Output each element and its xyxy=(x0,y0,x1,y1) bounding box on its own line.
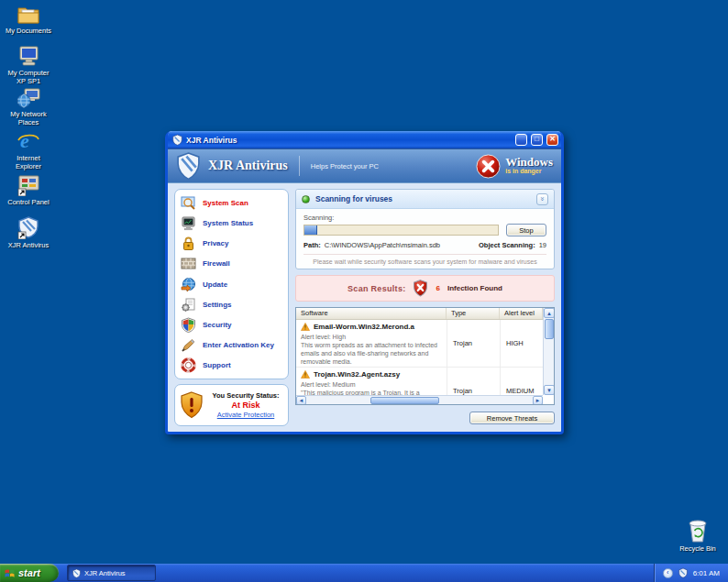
desktop-icon-my-network-places[interactable]: My Network Places xyxy=(0,88,57,126)
column-header-type[interactable]: Type xyxy=(447,308,500,319)
software-cell: Email-Worm.Win32.Merond.a Alert level: H… xyxy=(296,320,447,367)
scanning-panel-header: Scanning for viruses » xyxy=(296,190,554,209)
recycle-bin-icon xyxy=(687,519,709,543)
remove-threats-row: Remove Threats xyxy=(295,412,555,424)
desktop-icon-xjr-antivirus[interactable]: XJR Antivirus xyxy=(0,216,57,249)
scanning-panel: Scanning for viruses » Scanning: Stop Pa… xyxy=(295,189,555,269)
scroll-down-arrow[interactable]: ▼ xyxy=(544,385,555,395)
sidebar-item-label: Support xyxy=(203,361,231,369)
danger-text: Windows is in danger xyxy=(505,157,553,175)
header-divider xyxy=(299,156,300,176)
column-header-software[interactable]: Software xyxy=(296,308,447,319)
window-titlebar[interactable]: XJR Antivirus _ □ ✕ xyxy=(168,131,561,148)
desktop-icon-recycle-bin[interactable]: Recycle Bin xyxy=(669,519,726,553)
tray-chevron-icon[interactable]: ‹ xyxy=(663,568,673,578)
table-row[interactable]: Trojan.Win32.Agent.azsy Alert level: Med… xyxy=(296,368,543,395)
desktop-icon-label: XJR Antivirus xyxy=(0,241,57,249)
sidebar-item-label: System Scan xyxy=(203,199,248,207)
close-button[interactable]: ✕ xyxy=(546,134,558,146)
activate-protection-link[interactable]: Activate Protection xyxy=(208,411,283,419)
scroll-left-arrow[interactable]: ◄ xyxy=(296,396,306,405)
desktop-icon-label: Recycle Bin xyxy=(669,544,726,553)
horizontal-scroll-thumb[interactable] xyxy=(370,397,439,404)
maximize-button[interactable]: □ xyxy=(531,134,543,146)
minimize-button[interactable]: _ xyxy=(515,134,527,146)
activation-key-icon xyxy=(181,337,196,353)
desktop-icon-my-documents[interactable]: My Documents xyxy=(0,5,57,35)
infection-shield-icon xyxy=(413,280,428,297)
xjr-antivirus-window: XJR Antivirus _ □ ✕ XJR Antivirus Helps … xyxy=(165,131,564,434)
sidebar-item-label: Privacy xyxy=(203,239,228,247)
threat-alert-level-line: Alert level: Medium xyxy=(301,380,442,389)
desktop-icon-label: My Documents xyxy=(0,27,57,35)
threat-description: "This malicious program is a Trojan. It … xyxy=(301,389,442,395)
taskbar-task-xjr-antivirus[interactable]: XJR Antivirus xyxy=(67,565,156,581)
remove-threats-button[interactable]: Remove Threats xyxy=(469,412,555,424)
results-table: Software Type Alert level xyxy=(295,307,555,405)
object-scanning-value: 19 xyxy=(539,241,546,249)
danger-subtitle: is in danger xyxy=(505,168,553,175)
desktop: { "desktop": { "icons": [ { "label": "My… xyxy=(0,0,728,582)
window-title: XJR Antivirus xyxy=(186,136,512,145)
table-row[interactable]: Email-Worm.Win32.Merond.a Alert level: H… xyxy=(296,320,543,368)
threat-description: This worm spreads as an attachment to in… xyxy=(301,341,442,366)
scroll-right-arrow[interactable]: ► xyxy=(533,396,543,405)
my-documents-icon xyxy=(17,5,40,25)
privacy-lock-icon xyxy=(181,236,196,251)
taskbar: start XJR Antivirus ‹ 6:01 AM xyxy=(0,564,728,582)
column-header-alert-level[interactable]: Alert level xyxy=(500,308,543,319)
sidebar-item-support[interactable]: Support xyxy=(178,357,285,374)
window-content: System Scan System Status xyxy=(168,183,561,432)
warning-triangle-icon xyxy=(301,370,310,379)
stop-button[interactable]: Stop xyxy=(506,224,546,236)
tray-shield-icon[interactable] xyxy=(678,567,688,578)
sidebar-item-settings[interactable]: Settings xyxy=(178,296,285,313)
infection-found-text: Infection Found xyxy=(447,284,502,292)
sidebar-item-firewall[interactable]: Firewall xyxy=(178,255,285,272)
path-row: Path: C:\WINDOWS\AppPatch\msimain.sdb Ob… xyxy=(303,241,546,249)
sidebar-item-privacy[interactable]: Privacy xyxy=(178,235,285,252)
sidebar-item-system-status[interactable]: System Status xyxy=(178,214,285,232)
update-globe-icon xyxy=(181,277,196,292)
at-risk-shield-icon xyxy=(180,391,204,419)
settings-gear-icon xyxy=(181,297,196,313)
alert-level-cell: MEDIUM xyxy=(500,368,543,395)
horizontal-scrollbar[interactable]: ◄ ► xyxy=(296,395,543,404)
brand-title: XJR Antivirus xyxy=(208,159,288,173)
my-computer-icon xyxy=(17,46,40,67)
start-button[interactable]: start xyxy=(0,564,59,582)
scroll-up-arrow[interactable]: ▲ xyxy=(544,308,555,318)
security-status-panel: You Security Status: At Risk Activate Pr… xyxy=(174,384,289,426)
system-scan-icon xyxy=(181,195,196,211)
sidebar-item-security[interactable]: Security xyxy=(178,316,285,334)
sidebar-item-label: Update xyxy=(203,280,227,289)
scanning-label: Scanning: xyxy=(303,214,546,222)
sidebar-item-system-scan[interactable]: System Scan xyxy=(178,194,285,212)
desktop-icon-control-panel[interactable]: Control Panel xyxy=(0,174,57,206)
system-status-icon xyxy=(181,215,196,231)
desktop-icon-label: My Network Places xyxy=(0,110,57,126)
security-status-value: At Risk xyxy=(208,401,283,410)
type-cell: Trojan xyxy=(447,368,500,395)
vertical-scrollbar[interactable]: ▲ ▼ xyxy=(543,308,554,395)
desktop-icon-label: Internet Explorer xyxy=(0,154,57,170)
sidebar-item-enter-activation-key[interactable]: Enter Activation Key xyxy=(178,336,285,354)
sidebar: System Scan System Status xyxy=(174,189,289,426)
system-tray: ‹ 6:01 AM xyxy=(654,564,728,582)
sidebar-item-update[interactable]: Update xyxy=(178,276,285,293)
desktop-icon-my-computer[interactable]: My Computer XP SP1 xyxy=(0,46,57,85)
scanning-panel-body: Scanning: Stop Path: C:\WINDOWS\AppPatch… xyxy=(296,209,554,269)
collapse-chevron-button[interactable]: » xyxy=(536,193,548,205)
taskbar-clock[interactable]: 6:01 AM xyxy=(693,569,720,577)
threat-alert-level-line: Alert level: High xyxy=(301,333,442,341)
threat-name: Email-Worm.Win32.Merond.a xyxy=(314,323,414,331)
app-header: XJR Antivirus Helps Protect your PC Wind… xyxy=(168,148,561,183)
sidebar-menu: System Scan System Status xyxy=(174,189,289,379)
desktop-icon-internet-explorer[interactable]: e Internet Explorer xyxy=(0,130,57,170)
vertical-scroll-thumb[interactable] xyxy=(545,319,554,339)
task-button-label: XJR Antivirus xyxy=(84,569,126,577)
warning-triangle-icon xyxy=(301,323,310,331)
svg-text:e: e xyxy=(20,130,29,152)
object-scanning-label: Object Scanning: xyxy=(479,241,535,249)
scanning-panel-title: Scanning for viruses xyxy=(315,194,531,203)
